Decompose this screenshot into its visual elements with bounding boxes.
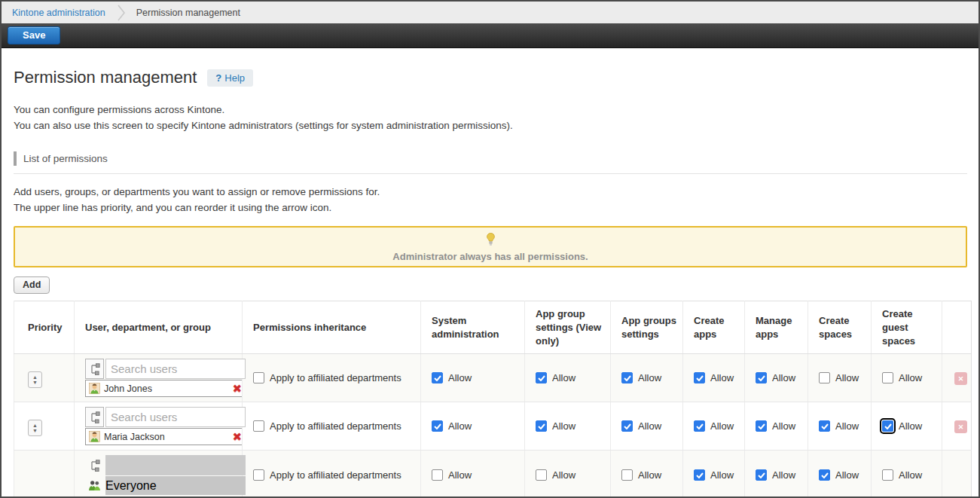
search-users-input[interactable] [105,359,246,379]
allow-checkbox[interactable] [621,469,633,481]
allow-label: Allow [772,469,795,481]
entity-name: Maria Jackson [104,432,232,442]
allow-checkbox[interactable] [694,469,705,481]
allow-checkbox[interactable] [536,372,547,383]
allow-label: Allow [448,469,472,481]
allow-checkbox[interactable] [756,469,767,481]
arrow-up-icon: ▲ [32,423,38,428]
org-tree-icon [89,411,101,423]
group-icon [88,480,101,491]
selected-entity: Maria Jackson ✖ [85,428,246,445]
org-tree-select-button[interactable] [85,359,104,379]
header-permissions-inheritance: Permissions inheritance [243,301,421,354]
help-link[interactable]: ? Help [207,69,253,87]
permission-cell-manage-apps: Allow [745,451,808,498]
permission-cell-create-spaces: Allow [808,354,872,402]
permission-cell-app-group-settings-view: Allow [525,402,611,451]
breadcrumb-root-link[interactable]: Kintone administration [12,8,105,18]
apply-affiliated-label: Apply to affiliated departments [270,372,401,383]
page-title: Permission management [14,68,197,87]
permission-cell-app-groups-settings: Allow [611,451,683,498]
save-button[interactable]: Save [8,26,60,44]
permissions-table: Priority User, department, or group Perm… [14,301,972,498]
row-actions-cell [942,451,972,498]
question-icon: ? [215,72,221,84]
apply-affiliated-checkbox[interactable] [253,420,264,432]
add-button[interactable]: Add [14,276,50,294]
allow-checkbox[interactable] [819,372,830,383]
allow-label: Allow [638,469,661,481]
apply-affiliated-checkbox[interactable] [253,469,264,481]
header-create-guest-spaces: Create guest spaces [872,301,942,354]
permission-cell-create-guest-spaces: Allow [872,402,942,451]
inheritance-cell: Apply to affiliated departments [243,354,421,402]
allow-checkbox[interactable] [536,420,547,432]
permission-cell-app-groups-settings: Allow [611,402,683,451]
selected-entity: John Jones ✖ [85,380,246,397]
allow-checkbox[interactable] [621,372,633,383]
allow-checkbox[interactable] [694,420,705,432]
section-desc-line-2: The upper line has priority, and you can… [14,200,978,215]
delete-row-button[interactable]: ✕ [954,420,967,433]
apply-affiliated-checkbox[interactable] [253,372,264,383]
allow-label: Allow [552,469,575,481]
allow-label: Allow [638,372,661,383]
allow-label: Allow [899,420,922,432]
allow-label: Allow [899,469,922,481]
delete-row-button[interactable]: ✕ [954,372,967,385]
remove-entity-icon[interactable]: ✖ [232,383,242,394]
header-actions [942,301,972,354]
allow-checkbox[interactable] [882,372,893,383]
table-row: Everyone Apply to affiliated departments [14,451,972,498]
allow-checkbox[interactable] [756,372,767,383]
allow-label: Allow [448,372,472,383]
arrow-up-icon: ▲ [32,374,38,380]
allow-checkbox[interactable] [432,420,443,432]
inheritance-cell: Apply to affiliated departments [243,451,421,498]
table-row: ▲ ▼ [14,354,972,402]
permission-cell-create-guest-spaces: Allow [872,354,942,402]
permission-cell-manage-apps: Allow [745,354,808,402]
allow-checkbox[interactable] [432,372,443,383]
priority-reorder-control[interactable]: ▲ ▼ [28,371,42,388]
permission-cell-app-group-settings-view: Allow [525,354,611,402]
table-row: ▲ ▼ [14,402,972,451]
arrow-down-icon: ▼ [32,380,38,385]
permission-cell-create-spaces: Allow [808,402,872,451]
permission-cell-create-guest-spaces: Allow [872,451,942,498]
allow-checkbox[interactable] [882,469,893,481]
allow-checkbox[interactable] [819,420,830,432]
intro-line-1: You can configure permissions across Kin… [14,102,978,118]
allow-label: Allow [710,420,734,432]
priority-cell: ▲ ▼ [14,402,75,451]
allow-checkbox[interactable] [432,469,443,481]
permission-cell-manage-apps: Allow [745,402,808,451]
section-title: List of permissions [23,153,108,164]
allow-checkbox[interactable] [756,420,767,432]
user-avatar-icon [89,431,100,442]
user-avatar-icon [89,383,100,394]
allow-label: Allow [835,469,859,481]
header-user-department-group: User, department, or group [75,301,243,354]
allow-checkbox[interactable] [819,469,830,481]
remove-entity-icon[interactable]: ✖ [232,431,242,442]
priority-reorder-control[interactable]: ▲ ▼ [28,420,42,436]
arrow-down-icon: ▼ [32,428,38,433]
section-accent-bar [14,151,17,166]
allow-checkbox[interactable] [621,420,633,432]
org-tree-icon [89,363,101,375]
search-users-input[interactable] [105,407,246,427]
entity-cell: Everyone [75,451,243,498]
org-tree-select-button[interactable] [85,407,104,427]
permission-cell-system-administration: Allow [421,354,525,402]
section-desc-line-1: Add users, groups, or departments you wa… [14,184,978,200]
permission-cell-system-administration: Allow [421,402,525,451]
allow-label: Allow [448,420,472,432]
admin-notice-banner: Administrator always has all permissions… [14,226,967,267]
allow-checkbox[interactable] [536,469,547,481]
help-label: Help [224,72,245,84]
allow-label: Allow [899,372,922,383]
allow-checkbox-focused[interactable] [882,420,893,432]
allow-checkbox[interactable] [694,372,705,383]
selected-entity: Everyone [85,476,246,495]
